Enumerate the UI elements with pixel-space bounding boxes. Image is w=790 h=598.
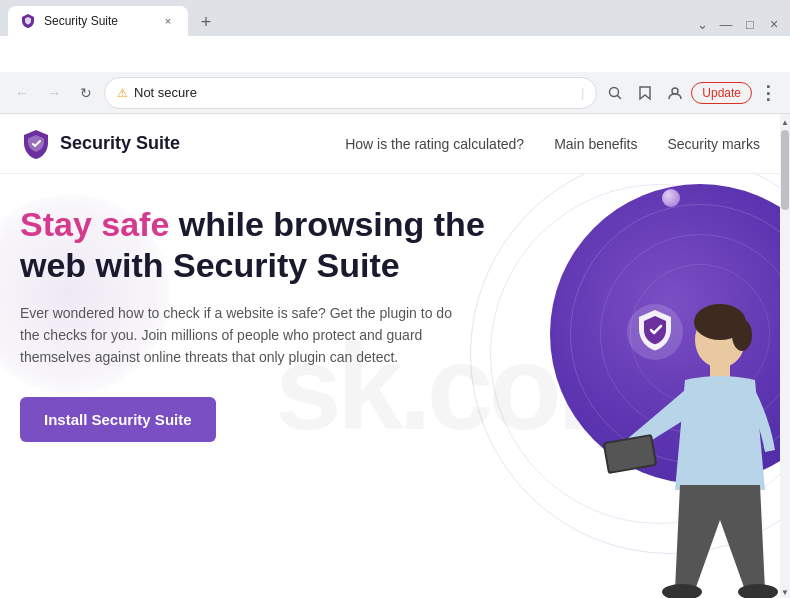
svg-marker-2 <box>640 87 650 99</box>
svg-line-1 <box>618 95 621 98</box>
security-warning-icon: ⚠ <box>117 86 128 100</box>
person-svg <box>590 290 780 598</box>
bookmark-button[interactable] <box>631 79 659 107</box>
nav-link-benefits[interactable]: Main benefits <box>554 136 637 152</box>
svg-point-7 <box>732 319 752 351</box>
install-button[interactable]: Install Security Suite <box>20 397 216 442</box>
nav-link-security-marks[interactable]: Security marks <box>667 136 760 152</box>
active-tab[interactable]: Security Suite × <box>8 6 188 36</box>
svg-point-3 <box>672 88 678 94</box>
bookmark-icon <box>637 85 653 101</box>
small-sphere <box>662 189 680 207</box>
site-logo: Security Suite <box>20 128 180 160</box>
hero-text: Stay safe while browsing the web with Se… <box>20 204 520 442</box>
update-button[interactable]: Update <box>691 82 752 104</box>
tab-close-button[interactable]: × <box>160 13 176 29</box>
search-icon <box>607 85 623 101</box>
search-button[interactable] <box>601 79 629 107</box>
toolbar-actions: Update ⋮ <box>601 79 782 107</box>
hero-description: Ever wondered how to check if a website … <box>20 302 460 369</box>
toolbar: ← → ↻ ⚠ Not secure | <box>0 72 790 114</box>
window-collapse-button[interactable]: ⌄ <box>694 16 710 32</box>
page-content: Security Suite How is the rating calcula… <box>0 114 780 598</box>
scrollbar: ▲ ▼ <box>780 114 790 598</box>
url-separator: | <box>581 85 584 100</box>
scrollbar-arrow-down[interactable]: ▼ <box>780 584 790 598</box>
title-bar: Security Suite × + ⌄ — □ × <box>0 0 790 36</box>
scrollbar-thumb[interactable] <box>781 130 789 210</box>
window-maximize-button[interactable]: □ <box>742 16 758 32</box>
window-minimize-button[interactable]: — <box>718 16 734 32</box>
back-button[interactable]: ← <box>8 79 36 107</box>
site-navigation: Security Suite How is the rating calcula… <box>0 114 780 174</box>
hero-section: sk.com <box>0 174 780 598</box>
headline-colored: Stay safe <box>20 205 169 243</box>
address-bar[interactable]: ⚠ Not secure | <box>104 77 597 109</box>
forward-button[interactable]: → <box>40 79 68 107</box>
browser-content: Security Suite How is the rating calcula… <box>0 114 790 598</box>
logo-text: Security Suite <box>60 133 180 154</box>
reload-button[interactable]: ↻ <box>72 79 100 107</box>
scrollbar-arrow-up[interactable]: ▲ <box>780 114 790 130</box>
new-tab-button[interactable]: + <box>192 8 220 36</box>
person-figure <box>590 290 780 598</box>
profile-button[interactable] <box>661 79 689 107</box>
tab-favicon-icon <box>20 13 36 29</box>
nav-link-rating[interactable]: How is the rating calculated? <box>345 136 524 152</box>
tab-title-text: Security Suite <box>44 14 152 28</box>
browser-window: Security Suite × + ⌄ — □ × ← → ↻ ⚠ Not s… <box>0 0 790 598</box>
profile-icon <box>667 85 683 101</box>
logo-icon <box>20 128 52 160</box>
menu-button[interactable]: ⋮ <box>754 79 782 107</box>
url-text: Not secure <box>134 85 575 100</box>
nav-links: How is the rating calculated? Main benef… <box>345 136 760 152</box>
hero-headline: Stay safe while browsing the web with Se… <box>20 204 520 286</box>
window-close-button[interactable]: × <box>766 16 782 32</box>
